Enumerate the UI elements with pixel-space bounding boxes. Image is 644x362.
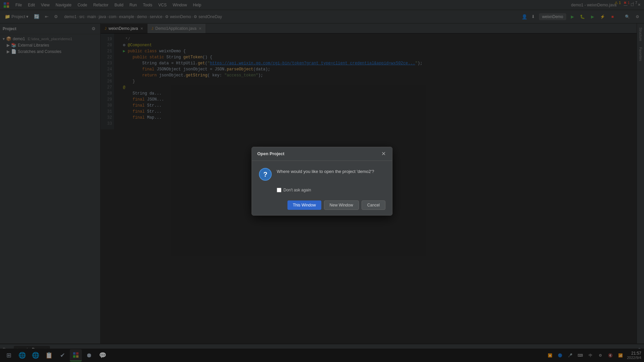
dont-ask-again-label[interactable]: Don't ask again bbox=[283, 188, 311, 192]
dialog-title-bar: Open Project ✕ bbox=[252, 147, 392, 161]
dialog-question-icon: ? bbox=[259, 168, 272, 181]
dont-ask-again-checkbox[interactable] bbox=[277, 188, 281, 192]
cancel-button[interactable]: Cancel bbox=[362, 200, 385, 210]
dialog-body: ? Where would you like to open the proje… bbox=[252, 161, 392, 215]
dialog-overlay: Open Project ✕ ? Where would you like to… bbox=[0, 0, 644, 362]
dialog-question-text: Where would you like to open the project… bbox=[277, 168, 374, 174]
dialog-checkbox-row: Don't ask again bbox=[259, 188, 385, 192]
dialog-close-button[interactable]: ✕ bbox=[380, 150, 387, 157]
dialog-question-row: ? Where would you like to open the proje… bbox=[259, 168, 385, 181]
new-window-button[interactable]: New Window bbox=[324, 200, 359, 210]
open-project-dialog: Open Project ✕ ? Where would you like to… bbox=[252, 147, 392, 216]
dialog-buttons: This Window New Window Cancel bbox=[259, 199, 385, 210]
dialog-title: Open Project bbox=[257, 151, 284, 156]
this-window-button[interactable]: This Window bbox=[287, 200, 321, 210]
svg-text:?: ? bbox=[263, 171, 267, 178]
